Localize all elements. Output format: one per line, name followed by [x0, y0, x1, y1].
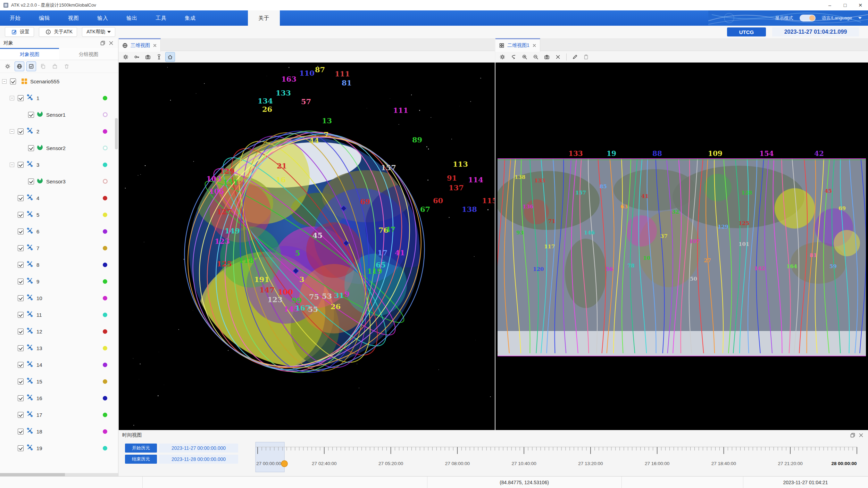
tree-item-satellite-19[interactable]: 19: [0, 440, 115, 456]
visibility-checkbox[interactable]: [18, 445, 24, 451]
tree-item-satellite-1[interactable]: −1: [0, 90, 115, 106]
visibility-checkbox[interactable]: [18, 245, 24, 251]
visibility-checkbox[interactable]: [18, 262, 24, 268]
time-ruler[interactable]: 27 00:00:0027 02:40:0027 05:20:0027 08:0…: [255, 441, 860, 475]
menu-item-0[interactable]: 开始: [10, 15, 21, 22]
visibility-checkbox[interactable]: [18, 345, 24, 351]
tree-item-satellite-4[interactable]: 4: [0, 190, 115, 206]
visibility-checkbox[interactable]: [18, 362, 24, 368]
zoomin-tool-button[interactable]: [520, 52, 529, 62]
zoomout-tool-button[interactable]: [531, 52, 541, 62]
tree-item-satellite-5[interactable]: 5: [0, 206, 115, 223]
float-panel-icon[interactable]: [99, 40, 106, 47]
menu-item-5[interactable]: 工具: [156, 15, 167, 22]
visibility-checkbox[interactable]: [18, 279, 24, 284]
home-tool-button[interactable]: [165, 52, 175, 62]
tree-item-satellite-14[interactable]: 14: [0, 356, 115, 373]
menu-item-1[interactable]: 编辑: [39, 15, 50, 22]
close-panel-icon[interactable]: [858, 432, 865, 439]
visibility-checkbox[interactable]: [18, 95, 24, 101]
gear-tool-button[interactable]: [121, 52, 131, 62]
tree-item-satellite-13[interactable]: 13: [0, 340, 115, 356]
view3d-canvas[interactable]: 1108711116357133268111189137157671139113…: [119, 63, 495, 430]
visibility-checkbox[interactable]: [18, 129, 24, 134]
tree-item-satellite-8[interactable]: 8: [0, 256, 115, 273]
tree-item-satellite-11[interactable]: 11: [0, 306, 115, 323]
visibility-checkbox[interactable]: [10, 78, 16, 84]
visibility-checkbox[interactable]: [18, 312, 24, 318]
gear-tool-icon[interactable]: [3, 61, 12, 71]
visibility-checkbox[interactable]: [18, 212, 24, 218]
tree-item-satellite-10[interactable]: 10: [0, 290, 115, 306]
atk-help-button[interactable]: ATK帮助: [82, 27, 115, 37]
about-atk-button[interactable]: 关于ATK: [39, 27, 77, 37]
menu-item-4[interactable]: 输出: [126, 15, 137, 22]
visibility-checkbox[interactable]: [18, 195, 24, 201]
tree-item-satellite-6[interactable]: 6: [0, 223, 115, 240]
visibility-checkbox[interactable]: [28, 145, 34, 151]
check-tool-icon[interactable]: [26, 61, 36, 71]
tree-item-sensor3[interactable]: Sensor3: [0, 173, 115, 190]
start-epoch-value[interactable]: 2023-11-27 00:00:00.000: [159, 444, 238, 453]
visibility-checkbox[interactable]: [18, 429, 24, 435]
expander-icon[interactable]: −: [2, 79, 7, 84]
key-tool-button[interactable]: [132, 52, 142, 62]
object-panel-tab-0[interactable]: 对象视图: [0, 48, 59, 60]
svg-text:114: 114: [468, 175, 483, 184]
visibility-checkbox[interactable]: [18, 395, 24, 401]
view3d-tab[interactable]: 三维视图: [119, 38, 161, 52]
tree-item-sensor2[interactable]: Sensor2: [0, 140, 115, 156]
tree-item-sensor1[interactable]: Sensor1: [0, 106, 115, 123]
tree-item-satellite-9[interactable]: 9: [0, 273, 115, 290]
tree-item-satellite-12[interactable]: 12: [0, 323, 115, 340]
expander-icon[interactable]: −: [10, 163, 14, 167]
settings-button[interactable]: 设置: [5, 27, 34, 37]
tree-item-scenario[interactable]: −Scenario555: [0, 73, 115, 90]
camera-tool-button[interactable]: [143, 52, 153, 62]
maximize-button[interactable]: □: [837, 0, 853, 10]
tree-item-satellite-15[interactable]: 15: [0, 373, 115, 390]
visibility-checkbox[interactable]: [18, 295, 24, 301]
minimize-button[interactable]: –: [822, 0, 837, 10]
visibility-checkbox[interactable]: [18, 229, 24, 234]
tree-item-satellite-2[interactable]: −2: [0, 123, 115, 140]
close-button[interactable]: ✕: [853, 0, 868, 10]
expander-icon[interactable]: −: [10, 96, 14, 100]
object-panel-tab-1[interactable]: 分组视图: [59, 48, 118, 60]
visibility-checkbox[interactable]: [18, 162, 24, 168]
tree-item-satellite-3[interactable]: −3: [0, 156, 115, 173]
menubar-right-area: 显示模式 语言/Language: [708, 10, 868, 26]
mode-toggle[interactable]: [800, 15, 816, 22]
menu-tab-about[interactable]: 关于: [248, 10, 280, 26]
tree-item-satellite-7[interactable]: 7: [0, 240, 115, 256]
view2d-tab[interactable]: 二维视图1: [495, 38, 540, 52]
scurve-tool-button[interactable]: [509, 52, 518, 62]
antenna-tool-button[interactable]: [154, 52, 164, 62]
gear-tool-button[interactable]: [498, 52, 507, 62]
float-panel-icon[interactable]: [849, 432, 856, 439]
visibility-checkbox[interactable]: [28, 112, 34, 118]
globe-tool-icon[interactable]: [15, 61, 24, 71]
view2d-canvas[interactable]: 1331988109154421381331578513693117634132…: [495, 63, 868, 430]
visibility-checkbox[interactable]: [18, 379, 24, 384]
close-tab-icon[interactable]: [153, 43, 157, 48]
tree-vertical-scrollbar[interactable]: [115, 118, 118, 149]
expander-icon[interactable]: −: [10, 129, 14, 134]
menu-item-3[interactable]: 输入: [97, 15, 108, 22]
visibility-checkbox[interactable]: [28, 179, 34, 184]
tree-item-satellite-17[interactable]: 17: [0, 406, 115, 423]
close-panel-icon[interactable]: [108, 40, 115, 47]
close-tab-icon[interactable]: [532, 43, 536, 48]
camera-tool-button[interactable]: [542, 52, 552, 62]
tree-item-satellite-16[interactable]: 16: [0, 390, 115, 406]
tree-item-satellite-18[interactable]: 18: [0, 423, 115, 440]
language-selector-label[interactable]: 语言/Language: [822, 15, 852, 21]
menu-item-6[interactable]: 集成: [185, 15, 196, 22]
visibility-checkbox[interactable]: [18, 329, 24, 334]
xmark-tool-button[interactable]: [553, 52, 563, 62]
menu-item-2[interactable]: 视图: [68, 15, 79, 22]
visibility-checkbox[interactable]: [18, 412, 24, 418]
time-system-button[interactable]: UTCG: [727, 27, 766, 36]
end-epoch-value[interactable]: 2023-11-28 00:00:00.000: [159, 455, 238, 464]
pencil-tool-button[interactable]: [570, 52, 580, 62]
